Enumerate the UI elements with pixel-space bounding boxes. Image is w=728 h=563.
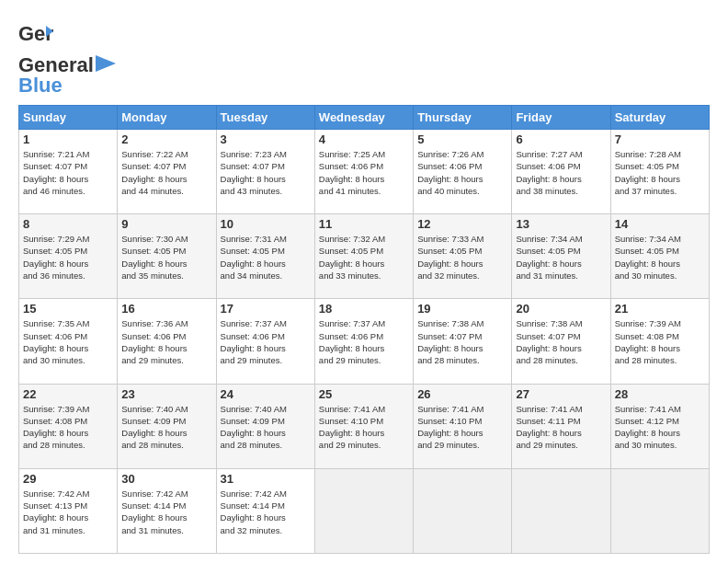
cell-content: Sunrise: 7:23 AMSunset: 4:07 PMDaylight:… (221, 148, 311, 197)
cell-content: Sunrise: 7:25 AMSunset: 4:06 PMDaylight:… (319, 148, 409, 197)
page: General General Blue Sunday Monday Tuesd… (0, 0, 728, 563)
cell-content: Sunrise: 7:36 AMSunset: 4:06 PMDaylight:… (121, 317, 211, 366)
cell-content: Sunrise: 7:27 AMSunset: 4:06 PMDaylight:… (516, 148, 606, 197)
table-row: 10Sunrise: 7:31 AMSunset: 4:05 PMDayligh… (216, 214, 314, 299)
day-number: 15 (23, 302, 113, 316)
table-row: 7Sunrise: 7:28 AMSunset: 4:05 PMDaylight… (610, 130, 709, 214)
cell-content: Sunrise: 7:42 AMSunset: 4:13 PMDaylight:… (23, 488, 113, 536)
cell-content: Sunrise: 7:30 AMSunset: 4:05 PMDaylight:… (121, 233, 211, 282)
table-row: 2Sunrise: 7:22 AMSunset: 4:07 PMDaylight… (118, 130, 216, 214)
cell-content: Sunrise: 7:34 AMSunset: 4:05 PMDaylight:… (615, 233, 705, 282)
calendar-week-row: 8Sunrise: 7:29 AMSunset: 4:05 PMDaylight… (19, 214, 710, 299)
day-number: 22 (23, 387, 113, 401)
table-row: 12Sunrise: 7:33 AMSunset: 4:05 PMDayligh… (414, 214, 512, 299)
table-row: 8Sunrise: 7:29 AMSunset: 4:05 PMDaylight… (19, 214, 118, 299)
day-number: 2 (121, 132, 211, 146)
table-row (314, 468, 413, 553)
day-number: 12 (417, 217, 507, 231)
day-number: 20 (516, 302, 606, 316)
day-number: 17 (221, 302, 311, 316)
day-number: 23 (121, 387, 211, 401)
cell-content: Sunrise: 7:35 AMSunset: 4:06 PMDaylight:… (23, 317, 113, 366)
day-number: 7 (615, 132, 705, 146)
day-number: 26 (417, 387, 507, 401)
col-tuesday: Tuesday (216, 106, 314, 130)
cell-content: Sunrise: 7:41 AMSunset: 4:10 PMDaylight:… (417, 403, 507, 452)
day-number: 21 (615, 302, 705, 316)
table-row: 20Sunrise: 7:38 AMSunset: 4:07 PMDayligh… (512, 299, 610, 384)
col-thursday: Thursday (414, 106, 512, 130)
day-number: 16 (121, 302, 211, 316)
cell-content: Sunrise: 7:32 AMSunset: 4:05 PMDaylight:… (319, 233, 409, 282)
day-number: 13 (516, 217, 606, 231)
cell-content: Sunrise: 7:34 AMSunset: 4:05 PMDaylight:… (516, 233, 606, 282)
day-number: 14 (615, 217, 705, 231)
day-number: 29 (23, 472, 113, 486)
table-row: 27Sunrise: 7:41 AMSunset: 4:11 PMDayligh… (512, 384, 610, 468)
cell-content: Sunrise: 7:41 AMSunset: 4:12 PMDaylight:… (615, 403, 705, 452)
day-number: 10 (221, 217, 311, 231)
cell-content: Sunrise: 7:38 AMSunset: 4:07 PMDaylight:… (516, 317, 606, 366)
table-row: 26Sunrise: 7:41 AMSunset: 4:10 PMDayligh… (414, 384, 512, 468)
table-row: 15Sunrise: 7:35 AMSunset: 4:06 PMDayligh… (19, 299, 118, 384)
calendar-week-row: 15Sunrise: 7:35 AMSunset: 4:06 PMDayligh… (19, 299, 710, 384)
day-number: 6 (516, 132, 606, 146)
col-sunday: Sunday (19, 106, 118, 130)
day-number: 31 (221, 472, 311, 486)
day-number: 3 (221, 132, 311, 146)
table-row: 5Sunrise: 7:26 AMSunset: 4:06 PMDaylight… (414, 130, 512, 214)
cell-content: Sunrise: 7:37 AMSunset: 4:06 PMDaylight:… (221, 317, 311, 366)
cell-content: Sunrise: 7:38 AMSunset: 4:07 PMDaylight:… (417, 317, 507, 366)
cell-content: Sunrise: 7:39 AMSunset: 4:08 PMDaylight:… (615, 317, 705, 366)
table-row: 30Sunrise: 7:42 AMSunset: 4:14 PMDayligh… (118, 468, 216, 553)
day-number: 19 (417, 302, 507, 316)
logo-icon: General (18, 18, 53, 53)
cell-content: Sunrise: 7:31 AMSunset: 4:05 PMDaylight:… (221, 233, 311, 282)
logo-blue: Blue (18, 74, 63, 98)
table-row: 21Sunrise: 7:39 AMSunset: 4:08 PMDayligh… (610, 299, 709, 384)
day-number: 27 (516, 387, 606, 401)
table-row: 25Sunrise: 7:41 AMSunset: 4:10 PMDayligh… (314, 384, 413, 468)
table-row: 24Sunrise: 7:40 AMSunset: 4:09 PMDayligh… (216, 384, 314, 468)
logo-arrow-icon (96, 55, 116, 72)
day-number: 9 (121, 217, 211, 231)
table-row: 16Sunrise: 7:36 AMSunset: 4:06 PMDayligh… (118, 299, 216, 384)
table-row (512, 468, 610, 553)
cell-content: Sunrise: 7:26 AMSunset: 4:06 PMDaylight:… (417, 148, 507, 197)
table-row: 23Sunrise: 7:40 AMSunset: 4:09 PMDayligh… (118, 384, 216, 468)
day-number: 18 (319, 302, 409, 316)
cell-content: Sunrise: 7:29 AMSunset: 4:05 PMDaylight:… (23, 233, 113, 282)
table-row: 13Sunrise: 7:34 AMSunset: 4:05 PMDayligh… (512, 214, 610, 299)
table-row: 22Sunrise: 7:39 AMSunset: 4:08 PMDayligh… (19, 384, 118, 468)
calendar-week-row: 22Sunrise: 7:39 AMSunset: 4:08 PMDayligh… (19, 384, 710, 468)
cell-content: Sunrise: 7:37 AMSunset: 4:06 PMDaylight:… (319, 317, 409, 366)
table-row: 14Sunrise: 7:34 AMSunset: 4:05 PMDayligh… (610, 214, 709, 299)
table-row: 19Sunrise: 7:38 AMSunset: 4:07 PMDayligh… (414, 299, 512, 384)
cell-content: Sunrise: 7:40 AMSunset: 4:09 PMDaylight:… (221, 403, 311, 452)
cell-content: Sunrise: 7:33 AMSunset: 4:05 PMDaylight:… (417, 233, 507, 282)
table-row: 28Sunrise: 7:41 AMSunset: 4:12 PMDayligh… (610, 384, 709, 468)
day-number: 25 (319, 387, 409, 401)
cell-content: Sunrise: 7:42 AMSunset: 4:14 PMDaylight:… (221, 488, 311, 536)
day-number: 28 (615, 387, 705, 401)
calendar-header-row: Sunday Monday Tuesday Wednesday Thursday… (19, 106, 710, 130)
cell-content: Sunrise: 7:22 AMSunset: 4:07 PMDaylight:… (121, 148, 211, 197)
day-number: 1 (23, 132, 113, 146)
col-saturday: Saturday (610, 106, 709, 130)
table-row: 31Sunrise: 7:42 AMSunset: 4:14 PMDayligh… (216, 468, 314, 553)
cell-content: Sunrise: 7:40 AMSunset: 4:09 PMDaylight:… (121, 403, 211, 452)
col-monday: Monday (118, 106, 216, 130)
day-number: 24 (221, 387, 311, 401)
day-number: 8 (23, 217, 113, 231)
calendar-table: Sunday Monday Tuesday Wednesday Thursday… (18, 105, 710, 554)
table-row: 9Sunrise: 7:30 AMSunset: 4:05 PMDaylight… (118, 214, 216, 299)
col-wednesday: Wednesday (314, 106, 413, 130)
day-number: 11 (319, 217, 409, 231)
table-row (414, 468, 512, 553)
svg-marker-1 (96, 55, 116, 72)
table-row: 17Sunrise: 7:37 AMSunset: 4:06 PMDayligh… (216, 299, 314, 384)
cell-content: Sunrise: 7:39 AMSunset: 4:08 PMDaylight:… (23, 403, 113, 452)
table-row: 1Sunrise: 7:21 AMSunset: 4:07 PMDaylight… (19, 130, 118, 214)
table-row: 4Sunrise: 7:25 AMSunset: 4:06 PMDaylight… (314, 130, 413, 214)
header: General General Blue (18, 15, 710, 98)
